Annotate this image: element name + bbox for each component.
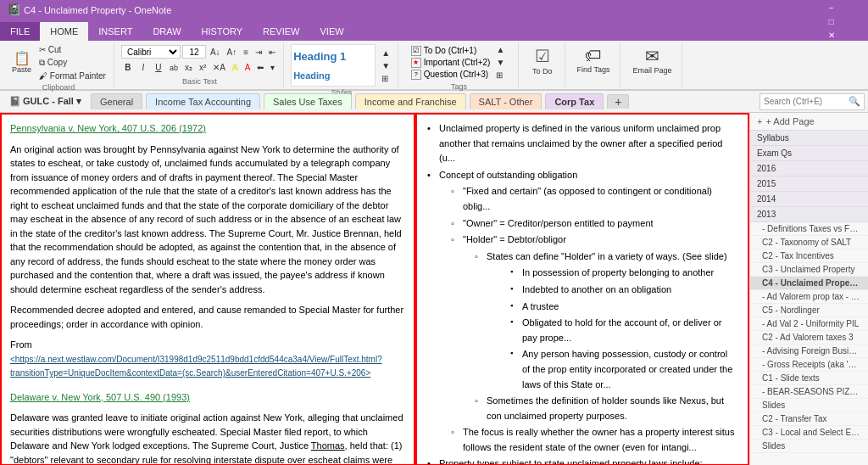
tab-home[interactable]: HOME bbox=[40, 22, 88, 41]
todo-checkbox[interactable]: ☑ bbox=[411, 46, 421, 56]
page-definitions[interactable]: - Definitions Taxes vs Fees bbox=[750, 222, 868, 236]
format-painter-button[interactable]: 🖌 Format Painter bbox=[36, 70, 108, 81]
page-c2-tax-incentives[interactable]: C2 - Tax Incentives bbox=[750, 249, 868, 263]
tab-review[interactable]: REVIEW bbox=[253, 22, 309, 41]
sidebar-exam-qs[interactable]: Exam Qs bbox=[750, 146, 868, 161]
page-c3-local-excise[interactable]: C3 - Local and Select Excise bbox=[750, 426, 868, 440]
styles-down-btn[interactable]: ▼ bbox=[379, 60, 392, 71]
page-c2-ad-valorem-3[interactable]: C2 - Ad Valorem taxes 3 bbox=[750, 331, 868, 345]
section-corp-tax[interactable]: Corp Tax bbox=[545, 93, 604, 109]
page-c4-unclaimed2[interactable]: C4 - Unclaimed Property 2 bbox=[750, 277, 868, 290]
tab-insert[interactable]: INSERT bbox=[88, 22, 142, 41]
styles-up-btn[interactable]: ▲ bbox=[379, 48, 392, 59]
important-label: Important (Ctrl+2) bbox=[424, 58, 491, 67]
tags-label: Tags bbox=[451, 82, 467, 91]
tags-down-btn[interactable]: ▼ bbox=[493, 57, 507, 68]
section-income-franchise[interactable]: Income and Franchise bbox=[355, 93, 466, 109]
increase-font-btn[interactable]: A↑ bbox=[225, 47, 240, 58]
sidebar-2013[interactable]: 2013 bbox=[750, 207, 868, 222]
case1-ext-link[interactable]: <https://a.next.westlaw.com/Document/I31… bbox=[10, 355, 382, 378]
page-ad-valorem[interactable]: - Ad Valorem prop tax - a... bbox=[750, 290, 868, 304]
section-sales-use[interactable]: Sales Use Taxes bbox=[264, 93, 352, 109]
case1-link[interactable]: Pennsylvania v. New York, 407 U.S. 206 (… bbox=[10, 123, 206, 133]
case1-decree: Recommended decree adopted and entered, … bbox=[10, 303, 405, 331]
more-format-btn[interactable]: ▾ bbox=[268, 62, 277, 73]
email-icon: ✉ bbox=[645, 46, 659, 66]
notebook-selector[interactable]: 📓 GULC - Fall ▾ bbox=[3, 93, 87, 109]
page-ad-val-2[interactable]: - Ad Val 2 - Uniformity PIL bbox=[750, 317, 868, 331]
important-checkbox[interactable]: ★ bbox=[411, 58, 421, 68]
underline-button[interactable]: U bbox=[152, 62, 165, 73]
section-add[interactable]: + bbox=[607, 94, 629, 109]
sidebar-2014[interactable]: 2014 bbox=[750, 192, 868, 207]
bullet-property-types: Property types subject to state unclaime… bbox=[427, 457, 737, 465]
sidebar-syllabus[interactable]: Syllabus bbox=[750, 131, 868, 146]
page-slides-2[interactable]: Slides bbox=[750, 440, 868, 453]
page-slides-1[interactable]: Slides bbox=[750, 399, 868, 412]
decrease-font-btn[interactable]: A↓ bbox=[208, 47, 223, 58]
todo-btn-label: To Do bbox=[532, 67, 553, 76]
page-c2-taxonomy[interactable]: C2 - Taxonomy of SALT bbox=[750, 236, 868, 249]
page-c1-slide-texts[interactable]: C1 - Slide texts bbox=[750, 372, 868, 385]
paste-button[interactable]: 📋 Paste bbox=[8, 50, 35, 76]
sidebar-2015[interactable]: 2015 bbox=[750, 176, 868, 192]
section-income-tax[interactable]: Income Tax Accounting bbox=[146, 93, 260, 109]
important-tag[interactable]: ★ Important (Ctrl+2) bbox=[411, 58, 491, 68]
section-salt-other[interactable]: SALT - Other bbox=[470, 93, 542, 109]
tab-history[interactable]: HISTORY bbox=[192, 22, 253, 41]
section-general[interactable]: General bbox=[91, 93, 142, 109]
page-advising-foreign[interactable]: - Advising Foreign Business bbox=[750, 345, 868, 358]
strikethrough-button[interactable]: ab bbox=[167, 63, 181, 73]
outdent-btn[interactable]: ⇤ bbox=[266, 47, 278, 58]
sidebar-2016[interactable]: 2016 bbox=[750, 161, 868, 176]
font-size-input[interactable] bbox=[182, 45, 206, 59]
heading1-style[interactable]: Heading 1 bbox=[293, 50, 373, 63]
justice-name: Thomas bbox=[311, 440, 345, 451]
tab-view[interactable]: VIEW bbox=[309, 22, 353, 41]
tab-draw[interactable]: DRAW bbox=[142, 22, 191, 41]
holder-sub-list: States can define "Holder" in a variety … bbox=[463, 249, 737, 424]
bold-button[interactable]: B bbox=[121, 62, 135, 73]
basic-text-label: Basic Text bbox=[182, 77, 217, 86]
add-page-button[interactable]: + + Add Page bbox=[750, 113, 868, 131]
styles-selector[interactable]: Heading 1 Heading bbox=[291, 44, 376, 87]
page-c5-nordlinger[interactable]: C5 - Nordlinger bbox=[750, 304, 868, 317]
page-c3-unclaimed[interactable]: C3 - Unclaimed Property bbox=[750, 263, 868, 277]
todo-tag[interactable]: ☑ To Do (Ctrl+1) bbox=[411, 46, 491, 56]
align-left-btn[interactable]: ⬅ bbox=[254, 62, 266, 73]
page-bear-seasons[interactable]: - BEAR-SEASONS PIZZA &... bbox=[750, 385, 868, 399]
email-button[interactable]: ✉ Email Page bbox=[627, 44, 676, 76]
minimize-button[interactable]: − bbox=[825, 2, 838, 15]
page-gross-receipts[interactable]: - Gross Receipts (aka 'Tur... bbox=[750, 358, 868, 372]
font-color-button[interactable]: A bbox=[242, 62, 253, 73]
page-c2-transfer-tax[interactable]: C2 - Transfer Tax bbox=[750, 412, 868, 426]
question-checkbox[interactable]: ? bbox=[411, 70, 421, 80]
todo-group: ☑ To Do bbox=[520, 42, 565, 87]
tags-more-btn[interactable]: ⊞ bbox=[493, 70, 507, 81]
search-input[interactable] bbox=[764, 97, 849, 106]
paste-icon: 📋 bbox=[14, 52, 31, 65]
question-tag[interactable]: ? Question (Ctrl+3) bbox=[411, 70, 491, 80]
close-button[interactable]: ✕ bbox=[825, 29, 838, 42]
case2-link[interactable]: Delaware v. New York, 507 U.S. 490 (1993… bbox=[10, 392, 190, 402]
clipboard-group: 📋 Paste ✂ Cut ⧉ Copy 🖌 Format Painter Cl… bbox=[3, 42, 114, 87]
subscript-button[interactable]: x₂ bbox=[182, 62, 195, 73]
font-family-select[interactable]: Calibri bbox=[121, 45, 181, 59]
styles-more-btn[interactable]: ⊞ bbox=[379, 73, 392, 84]
italic-button[interactable]: I bbox=[136, 62, 150, 73]
heading2-style[interactable]: Heading bbox=[293, 70, 373, 81]
superscript-button[interactable]: x² bbox=[197, 62, 209, 73]
copy-button[interactable]: ⧉ Copy bbox=[36, 57, 108, 69]
tags-up-btn[interactable]: ▲ bbox=[493, 44, 507, 55]
todo-area[interactable]: ☑ To Do bbox=[526, 44, 559, 77]
list-btn[interactable]: ≡ bbox=[241, 47, 251, 58]
indent-btn[interactable]: ⇥ bbox=[253, 47, 264, 58]
cut-button[interactable]: ✂ Cut bbox=[36, 44, 108, 55]
tab-file[interactable]: FILE bbox=[0, 22, 40, 41]
maximize-button[interactable]: □ bbox=[825, 15, 838, 29]
user-label[interactable]: Dennis ▾ bbox=[825, 0, 861, 1]
clear-format-button[interactable]: ✕A bbox=[210, 62, 228, 73]
paste-label: Paste bbox=[12, 65, 31, 74]
highlight-button[interactable]: A bbox=[230, 62, 241, 73]
find-tags-button[interactable]: 🏷 Find Tags bbox=[572, 44, 615, 76]
